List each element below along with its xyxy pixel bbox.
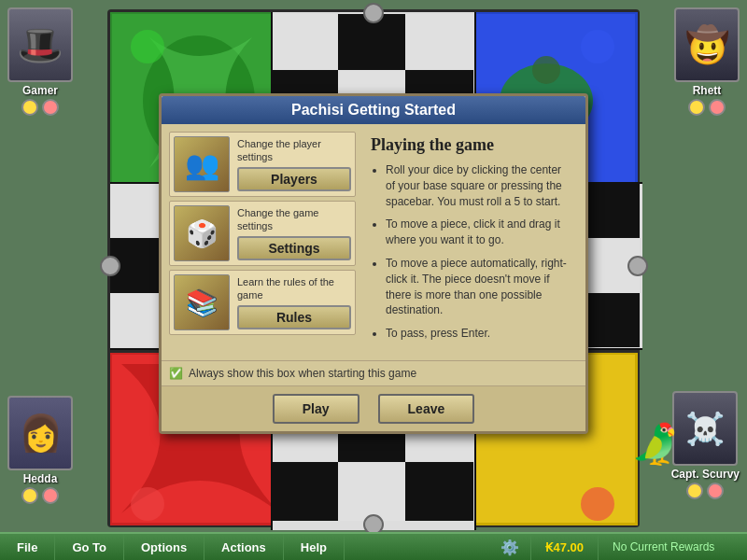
rules-menu-item: 📚 Learn the rules of the game Rules (169, 270, 356, 335)
token-2 (42, 99, 59, 116)
character-hedda: 👩 Hedda (7, 396, 73, 504)
goto-menu[interactable]: Go To (55, 534, 124, 560)
settings-icon: 🎲 (174, 205, 230, 261)
dialog-action-buttons: Play Leave (162, 385, 585, 431)
svg-rect-20 (273, 14, 338, 70)
svg-rect-22 (405, 14, 473, 70)
svg-point-64 (364, 515, 383, 532)
settings-menu-item: 🎲 Change the game settings Settings (169, 201, 356, 266)
options-menu[interactable]: Options (124, 534, 204, 560)
settings-button[interactable]: Settings (237, 236, 351, 260)
players-menu-item: 👥 Change the player settings Players (169, 132, 356, 197)
token-2 (42, 487, 59, 504)
svg-rect-46 (110, 293, 163, 347)
checkbox-row: ✅ Always show this box when starting thi… (162, 360, 585, 385)
token-1 (21, 99, 38, 116)
taskbar: File Go To Options Actions Help ⚙️ ₭47.0… (0, 532, 747, 560)
svg-point-61 (364, 4, 383, 22)
svg-rect-38 (405, 462, 473, 521)
token-1 (21, 487, 38, 504)
actions-menu[interactable]: Actions (204, 534, 284, 560)
play-button[interactable]: Play (273, 394, 359, 424)
svg-point-63 (628, 257, 647, 275)
rules-icon: 📚 (174, 274, 230, 330)
svg-rect-37 (338, 462, 405, 521)
svg-point-65 (131, 487, 164, 521)
parrot-decoration: 🦜 (631, 421, 680, 467)
checkbox-icon[interactable]: ✅ (169, 367, 183, 380)
svg-point-68 (581, 30, 614, 63)
file-menu[interactable]: File (0, 534, 55, 560)
rewards-display: No Current Rewards (598, 534, 747, 560)
dialog-content: Playing the game Roll your dice by click… (363, 132, 578, 353)
token-1 (686, 483, 703, 499)
svg-point-62 (101, 257, 120, 275)
svg-point-66 (581, 487, 614, 521)
token-2 (707, 483, 724, 499)
token-1 (688, 99, 705, 116)
score-display: ₭47.00 (530, 534, 598, 560)
svg-rect-40 (110, 184, 163, 238)
dialog-menu: 👥 Change the player settings Players 🎲 C… (169, 132, 356, 353)
help-menu[interactable]: Help (284, 534, 345, 560)
svg-point-67 (131, 30, 164, 63)
players-button[interactable]: Players (237, 167, 351, 191)
game-icon: ⚙️ (489, 534, 530, 560)
character-rhett: 🤠 Rhett (674, 7, 740, 116)
dialog-title: Pachisi Getting Started (162, 96, 585, 124)
svg-rect-36 (273, 462, 338, 521)
svg-rect-58 (585, 293, 640, 347)
players-icon: 👥 (174, 136, 230, 192)
svg-rect-52 (585, 184, 640, 238)
getting-started-dialog: Pachisi Getting Started 👥 Change the pla… (159, 93, 588, 434)
token-2 (709, 99, 726, 116)
leave-button[interactable]: Leave (378, 394, 475, 424)
svg-point-12 (532, 56, 560, 84)
character-gamer: 🎩 Gamer (7, 7, 73, 116)
rules-button[interactable]: Rules (237, 305, 351, 329)
character-capt-scurvy: ☠️ Capt. Scurvy (671, 391, 740, 499)
